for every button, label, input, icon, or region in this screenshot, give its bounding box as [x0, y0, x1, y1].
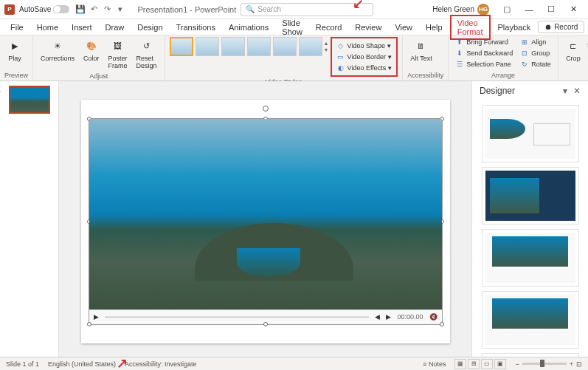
video-object[interactable]: ▶ ◀ ▶ 00:00.00 🔇: [89, 118, 443, 325]
window-title: Presentation1 - PowerPoint: [133, 5, 241, 14]
video-style-4[interactable]: [247, 37, 271, 56]
search-input[interactable]: 🔍 Search: [241, 3, 373, 16]
qat-dropdown-icon[interactable]: ▾: [115, 4, 125, 15]
design-idea-1[interactable]: [482, 105, 579, 162]
video-style-6[interactable]: [299, 37, 322, 56]
bring-forward-button[interactable]: ⬆Bring Forward: [453, 37, 515, 47]
resize-handle[interactable]: [263, 322, 268, 326]
player-volume-icon[interactable]: 🔇: [429, 313, 437, 321]
player-prev-icon[interactable]: ◀: [375, 313, 380, 321]
tab-review[interactable]: Review: [349, 21, 387, 34]
undo-icon[interactable]: ↶: [89, 4, 99, 15]
group-adjust-label: Adjust: [38, 71, 160, 80]
notes-button[interactable]: ≡ Notes: [423, 360, 446, 368]
avatar: HG: [477, 4, 489, 16]
video-preview: [89, 119, 442, 309]
tab-help[interactable]: Help: [420, 21, 449, 34]
tab-slideshow[interactable]: Slide Show: [276, 16, 308, 38]
corrections-icon: ☀: [50, 38, 65, 53]
design-idea-3[interactable]: [482, 229, 579, 287]
tab-animations[interactable]: Animations: [223, 21, 274, 34]
designer-pane: Designer ▾ ✕: [471, 81, 588, 361]
design-idea-2[interactable]: [482, 167, 579, 225]
video-border-button[interactable]: ▭Video Border ▾: [334, 52, 395, 62]
user-account[interactable]: Helen Green HG: [432, 4, 489, 16]
forward-icon: ⬆: [455, 38, 464, 47]
video-style-5[interactable]: [273, 37, 297, 56]
group-size-label: Size: [563, 70, 588, 79]
video-style-3[interactable]: [221, 37, 245, 56]
redo-icon[interactable]: ↷: [102, 4, 112, 15]
slide-thumbnail-1[interactable]: [9, 86, 50, 114]
autosave-toggle[interactable]: AutoSave: [19, 5, 69, 13]
rotate-button[interactable]: ↻Rotate: [518, 59, 553, 69]
status-language[interactable]: English (United States): [48, 360, 116, 368]
slideshow-view-icon[interactable]: ▣: [494, 359, 506, 369]
normal-view-icon[interactable]: ▦: [454, 359, 466, 369]
corrections-button[interactable]: ☀Corrections: [38, 37, 77, 64]
alt-text-button[interactable]: 🗎Alt Text: [407, 37, 435, 64]
selection-pane-button[interactable]: ☰Selection Pane: [453, 59, 515, 69]
tab-file[interactable]: File: [4, 21, 30, 34]
player-play-icon[interactable]: ▶: [94, 313, 99, 321]
app-icon: P: [4, 4, 15, 15]
reading-view-icon[interactable]: ▭: [481, 359, 493, 369]
color-button[interactable]: 🎨Color: [80, 37, 103, 64]
group-icon: ⊡: [520, 49, 529, 58]
tab-playback[interactable]: Playback: [492, 21, 537, 34]
thumb-number: 1: [0, 86, 1, 93]
tab-transitions[interactable]: Transitions: [170, 21, 221, 34]
rotate-handle[interactable]: [263, 106, 269, 112]
ribbon-tabs: File Home Insert Draw Design Transitions…: [0, 19, 588, 35]
tab-draw[interactable]: Draw: [100, 21, 131, 34]
designer-title: Designer: [480, 86, 515, 96]
autosave-label: AutoSave: [19, 5, 51, 13]
reset-icon: ↺: [139, 38, 154, 53]
fit-window-icon[interactable]: ⊡: [576, 360, 582, 368]
zoom-in-icon[interactable]: +: [570, 360, 573, 368]
progress-bar[interactable]: [105, 316, 370, 318]
video-shape-button[interactable]: ◇Video Shape ▾: [334, 41, 395, 51]
zoom-out-icon[interactable]: −: [515, 360, 519, 368]
status-accessibility[interactable]: Accessibility: Investigate: [125, 360, 197, 368]
resize-handle[interactable]: [440, 322, 444, 326]
tab-design[interactable]: Design: [131, 21, 168, 34]
rotate-icon: ↻: [520, 60, 529, 69]
video-style-1[interactable]: [170, 37, 193, 56]
tab-insert[interactable]: Insert: [66, 21, 98, 34]
tab-home[interactable]: Home: [31, 21, 64, 34]
sorter-view-icon[interactable]: ⊞: [468, 359, 480, 369]
player-time: 00:00.00: [397, 313, 423, 321]
group-preview-label: Preview: [4, 70, 28, 79]
play-button[interactable]: ▶Play: [4, 37, 25, 64]
status-slide[interactable]: Slide 1 of 1: [6, 360, 39, 368]
slide-canvas: ▶ ◀ ▶ 00:00.00 🔇: [59, 81, 471, 361]
minimize-icon[interactable]: —: [519, 2, 539, 17]
record-button[interactable]: ⏺Record: [538, 21, 584, 33]
slide[interactable]: ▶ ◀ ▶ 00:00.00 🔇: [81, 100, 450, 343]
tab-view[interactable]: View: [389, 21, 418, 34]
poster-frame-button[interactable]: 🖼Poster Frame: [106, 37, 131, 71]
video-tools-group: ◇Video Shape ▾ ▭Video Border ▾ ◐Video Ef…: [331, 37, 398, 77]
gallery-down-icon[interactable]: ▾: [325, 47, 328, 53]
design-idea-4[interactable]: [482, 291, 579, 349]
player-next-icon[interactable]: ▶: [386, 313, 391, 321]
effects-icon: ◐: [336, 64, 345, 72]
video-effects-button[interactable]: ◐Video Effects ▾: [334, 63, 395, 73]
ribbon-options-icon[interactable]: ▢: [497, 2, 517, 17]
group-button[interactable]: ⊡Group: [518, 48, 553, 58]
reset-design-button[interactable]: ↺Reset Design: [134, 37, 160, 71]
gallery-up-icon[interactable]: ▴: [325, 40, 328, 47]
border-icon: ▭: [336, 52, 345, 61]
pane-icon: ☰: [455, 60, 464, 69]
save-icon[interactable]: 💾: [75, 4, 86, 15]
tab-record[interactable]: Record: [310, 21, 347, 34]
align-button[interactable]: ⊞Align: [518, 37, 553, 47]
resize-handle[interactable]: [87, 322, 91, 326]
designer-close-icon[interactable]: ✕: [573, 86, 581, 96]
designer-options-icon[interactable]: ▾: [563, 86, 567, 96]
send-backward-button[interactable]: ⬇Send Backward: [453, 48, 515, 58]
crop-button[interactable]: ⊏Crop: [563, 37, 584, 64]
video-style-2[interactable]: [196, 37, 219, 56]
zoom-slider[interactable]: [522, 363, 567, 365]
